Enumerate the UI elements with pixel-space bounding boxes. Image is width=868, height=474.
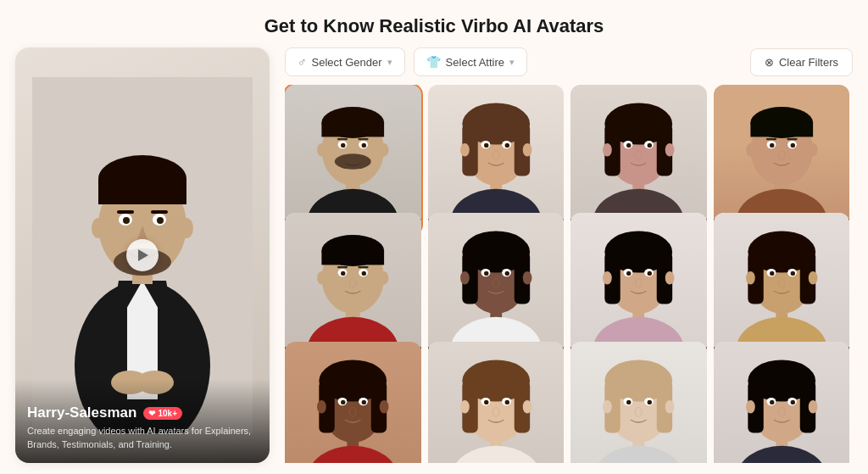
- svg-point-164: [504, 399, 509, 404]
- svg-point-83: [380, 271, 389, 284]
- filters-row: ♂ Select Gender ▾ 👕 Select Attire ▾ ⊗ Cl…: [285, 47, 853, 76]
- svg-point-194: [790, 399, 794, 404]
- svg-point-150: [349, 407, 356, 416]
- svg-rect-160: [501, 395, 511, 397]
- svg-point-62: [635, 151, 642, 160]
- svg-point-133: [770, 271, 774, 276]
- svg-point-82: [317, 271, 326, 284]
- avatar-card-bg: [570, 85, 707, 235]
- avatar-card[interactable]: Hannah-Formal▶: [570, 85, 707, 235]
- avatar-card-bg: [570, 342, 707, 463]
- svg-point-143: [380, 400, 389, 413]
- svg-point-14: [157, 217, 164, 224]
- svg-point-118: [626, 271, 631, 276]
- svg-rect-130: [787, 266, 797, 268]
- clear-filters-icon: ⊗: [765, 56, 774, 69]
- svg-rect-189: [765, 395, 776, 397]
- gender-chevron-icon: ▾: [387, 57, 392, 68]
- avatar-card[interactable]: Noppon-Fashion▶: [714, 85, 850, 235]
- svg-point-89: [362, 271, 366, 276]
- svg-point-188: [808, 400, 817, 413]
- svg-point-29: [341, 143, 345, 148]
- svg-point-180: [635, 407, 642, 416]
- avatar-card[interactable]: LI Lei-Doctor▶: [570, 213, 707, 363]
- avatar-card-bg: [428, 213, 565, 363]
- svg-point-113: [665, 271, 675, 284]
- clear-filters-label: Clear Filters: [779, 56, 838, 69]
- avatar-card[interactable]: Contee-Formal▶: [428, 213, 565, 363]
- play-button[interactable]: [126, 239, 159, 271]
- avatar-card[interactable]: Contes-Fashion▶: [285, 342, 421, 463]
- clear-filters-button[interactable]: ⊗ Clear Filters: [750, 48, 853, 76]
- gender-filter-button[interactable]: ♂ Select Gender ▾: [285, 47, 405, 76]
- svg-rect-57: [643, 138, 654, 140]
- svg-point-46: [504, 143, 509, 148]
- svg-point-97: [460, 271, 470, 284]
- svg-point-163: [484, 399, 488, 404]
- svg-point-68: [746, 143, 755, 156]
- svg-point-193: [770, 399, 774, 404]
- svg-point-105: [492, 279, 499, 288]
- svg-rect-10: [151, 210, 168, 214]
- svg-rect-114: [623, 266, 633, 268]
- avatar-card[interactable]: Harry-Salesman▶: [285, 85, 421, 235]
- svg-point-157: [460, 400, 470, 413]
- svg-point-13: [123, 217, 130, 224]
- svg-point-167: [450, 445, 541, 463]
- avatar-card[interactable]: Elena-Professional▶: [570, 342, 707, 463]
- avatar-display-name: Harry-Salesman: [27, 404, 136, 421]
- svg-rect-99: [480, 266, 490, 268]
- avatar-card[interactable]: Emily-Business▶: [428, 85, 565, 235]
- svg-point-195: [778, 407, 785, 416]
- avatar-card[interactable]: Thuy-Formal▶: [714, 342, 850, 463]
- svg-rect-81: [321, 251, 384, 265]
- svg-point-127: [746, 271, 755, 284]
- left-panel: Harry-Salesman ❤ 10k+ Create engaging vi…: [15, 47, 270, 463]
- attire-filter-button[interactable]: 👕 Select Attire ▾: [414, 47, 527, 76]
- svg-point-47: [492, 151, 499, 160]
- svg-rect-9: [117, 210, 134, 214]
- avatar-card[interactable]: Contes-Formal▶: [714, 213, 850, 363]
- svg-point-23: [317, 143, 326, 156]
- main-layout: Harry-Salesman ❤ 10k+ Create engaging vi…: [0, 47, 868, 463]
- svg-rect-70: [765, 138, 776, 140]
- svg-point-165: [492, 407, 499, 416]
- attire-icon: 👕: [426, 55, 441, 69]
- svg-rect-115: [643, 266, 654, 268]
- svg-point-187: [746, 400, 755, 413]
- like-badge: ❤ 10k+: [143, 407, 182, 420]
- avatar-card-bg: [285, 85, 421, 235]
- avatar-card[interactable]: Brent-Blogger▶: [285, 213, 421, 363]
- svg-rect-67: [750, 123, 813, 137]
- avatar-card-bg: [285, 213, 421, 363]
- svg-point-75: [790, 143, 794, 148]
- svg-rect-129: [765, 266, 776, 268]
- avatar-preview: Harry-Salesman ❤ 10k+ Create engaging vi…: [15, 47, 270, 463]
- svg-point-69: [808, 143, 817, 156]
- svg-point-142: [317, 400, 326, 413]
- svg-point-179: [648, 399, 652, 404]
- svg-rect-56: [623, 138, 633, 140]
- svg-point-135: [778, 279, 785, 288]
- avatar-grid: Harry-Salesman▶ Emily-Business▶: [285, 85, 853, 463]
- svg-point-30: [362, 143, 366, 148]
- svg-rect-26: [358, 138, 368, 140]
- svg-point-45: [484, 143, 488, 148]
- svg-point-104: [504, 271, 509, 276]
- svg-point-54: [603, 143, 612, 156]
- avatar-name-row: Harry-Salesman ❤ 10k+: [27, 404, 258, 421]
- svg-point-152: [308, 445, 398, 463]
- avatar-description: Create engaging videos with AI avatars f…: [27, 425, 258, 451]
- svg-point-74: [770, 143, 774, 148]
- svg-point-90: [349, 279, 356, 288]
- svg-point-40: [522, 143, 531, 156]
- avatar-card-bg: [570, 213, 707, 363]
- svg-rect-100: [501, 266, 511, 268]
- svg-point-158: [522, 400, 531, 413]
- svg-rect-144: [337, 395, 348, 397]
- svg-rect-41: [480, 138, 490, 140]
- avatar-card[interactable]: Chloe-Elegant▶: [428, 342, 565, 463]
- svg-point-172: [603, 400, 612, 413]
- svg-point-61: [648, 143, 652, 148]
- svg-rect-71: [787, 138, 797, 140]
